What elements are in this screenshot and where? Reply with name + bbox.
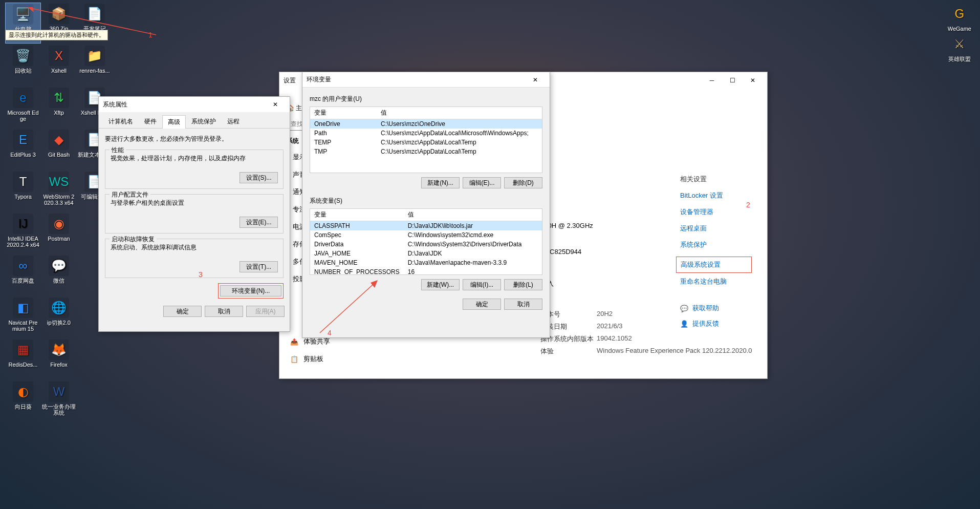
col-var[interactable]: 变量: [310, 107, 377, 119]
env-title: 环境变量: [307, 75, 525, 84]
col-val[interactable]: 值: [377, 107, 542, 119]
tab-硬件[interactable]: 硬件: [139, 115, 162, 128]
annotation-3: 3: [199, 270, 203, 279]
startup-settings-button[interactable]: 设置(T)...: [239, 261, 278, 272]
perf-desc: 视觉效果，处理器计划，内存使用，以及虚拟内存: [111, 154, 278, 163]
profiles-fieldset: 用户配置文件 与登录帐户相关的桌面设置 设置(E)...: [105, 194, 284, 234]
desktop-icon[interactable]: ⇅Xftp: [41, 87, 77, 128]
env-var-row[interactable]: TEMPC:\Users\mzc\AppData\Local\Temp: [310, 138, 542, 147]
col-var[interactable]: 变量: [310, 209, 404, 221]
env-variables-dialog: 环境变量 ✕ mzc 的用户变量(U) 变量 值 OneDriveC:\User…: [302, 72, 550, 338]
info-row: 操作系统内部版本19042.1052: [540, 334, 757, 344]
side-item-clipboard[interactable]: 📋 剪贴板: [284, 350, 336, 368]
related-link[interactable]: 设备管理器: [680, 207, 752, 217]
sysprops-title: 系统属性: [103, 100, 265, 109]
desktop-icon[interactable]: ∞百度网盘: [5, 254, 41, 295]
desktop-icon[interactable]: eMicrosoft Edge: [5, 87, 41, 128]
related-settings-panel: 相关设置 BitLocker 设置设备管理器远程桌面系统保护高级系统设置重命名这…: [680, 175, 752, 334]
related-link[interactable]: 高级系统设置: [676, 257, 752, 273]
desktop-icon[interactable]: 🦊Firefox: [41, 338, 77, 379]
delete-sys-var-button[interactable]: 删除(L): [504, 279, 542, 290]
related-link[interactable]: 重命名这台电脑: [680, 277, 752, 286]
env-ok-button[interactable]: 确定: [463, 299, 501, 310]
env-var-row[interactable]: DriverDataC:\Windows\System32\Drivers\Dr…: [310, 240, 542, 249]
desktop-icon[interactable]: ▦RedisDes...: [5, 338, 41, 379]
ok-button[interactable]: 确定: [163, 306, 202, 317]
get-help-link[interactable]: 💬 获取帮助: [680, 304, 752, 313]
profiles-legend: 用户配置文件: [110, 190, 150, 199]
close-icon[interactable]: ✕: [525, 73, 546, 87]
related-link[interactable]: 远程桌面: [680, 224, 752, 233]
desktop-icon[interactable]: 🌐ip切换2.0: [41, 296, 77, 337]
desktop-icon[interactable]: EEditPlus 3: [5, 129, 41, 169]
perf-legend: 性能: [110, 146, 126, 155]
env-var-row[interactable]: OneDriveC:\Users\mzc\OneDrive: [310, 119, 542, 129]
sys-vars-title: 系统变量(S): [310, 197, 542, 205]
close-button[interactable]: ✕: [743, 73, 763, 88]
new-user-var-button[interactable]: 新建(N)...: [421, 177, 460, 188]
edit-user-var-button[interactable]: 编辑(E)...: [463, 177, 501, 188]
desktop-icon[interactable]: 💬微信: [41, 254, 77, 295]
startup-desc: 系统启动、系统故障和调试信息: [111, 243, 278, 252]
desktop-icon[interactable]: ◐向日葵: [5, 380, 41, 421]
related-title: 相关设置: [680, 175, 752, 184]
env-var-row[interactable]: TMPC:\Users\mzc\AppData\Local\Temp: [310, 147, 542, 156]
desktop-icon[interactable]: 🗑️回收站: [5, 45, 41, 86]
new-sys-var-button[interactable]: 新建(W)...: [421, 279, 460, 290]
desktop-icon[interactable]: ◉Postman: [41, 213, 77, 253]
desktop-icon[interactable]: W统一业务办理系统: [41, 380, 77, 421]
env-var-row[interactable]: MAVEN_HOMED:\Java\Maven\apache-maven-3.3…: [310, 258, 542, 267]
related-link[interactable]: BitLocker 设置: [680, 191, 752, 200]
delete-user-var-button[interactable]: 删除(D): [504, 177, 542, 188]
related-link[interactable]: 系统保护: [680, 240, 752, 249]
desktop-icon[interactable]: WSWebStorm 2020.3.3 x64: [41, 171, 77, 211]
col-val[interactable]: 值: [404, 209, 542, 221]
env-titlebar: 环境变量 ✕: [302, 72, 550, 88]
feedback-link[interactable]: 👤 提供反馈: [680, 319, 752, 328]
annotation-4: 4: [328, 329, 332, 337]
annotation-2: 2: [746, 201, 750, 209]
minimize-button[interactable]: ─: [702, 73, 722, 88]
startup-fieldset: 启动和故障恢复 系统启动、系统故障和调试信息 设置(T)...: [105, 239, 284, 278]
env-var-row[interactable]: PathC:\Users\mzc\AppData\Local\Microsoft…: [310, 129, 542, 138]
tab-计算机名[interactable]: 计算机名: [103, 115, 139, 128]
desktop-icon[interactable]: XXshell: [41, 45, 77, 86]
desktop-icons-grid: 🖥️此电脑📦360 Zip📄开发笔记🗑️回收站XXshell📁renren-fa…: [5, 3, 113, 421]
edit-sys-var-button[interactable]: 编辑(I)...: [463, 279, 501, 290]
close-icon[interactable]: ✕: [265, 97, 286, 112]
settings-title: 设置: [284, 76, 296, 85]
performance-fieldset: 性能 视觉效果，处理器计划，内存使用，以及虚拟内存 设置(S)...: [105, 150, 284, 189]
user-vars-title: mzc 的用户变量(U): [310, 95, 542, 103]
env-var-row[interactable]: JAVA_HOMED:\Java\JDK: [310, 249, 542, 258]
env-cancel-button[interactable]: 取消: [504, 299, 542, 310]
desktop-icon[interactable]: 📁renren-fas...: [77, 45, 113, 86]
desktop-icon[interactable]: TTypora: [5, 171, 41, 211]
env-variables-button[interactable]: 环境变量(N)...: [220, 285, 281, 296]
desktop-icon[interactable]: ⚔英雄联盟: [947, 33, 972, 63]
env-var-row[interactable]: NUMBER_OF_PROCESSORS16: [310, 267, 542, 275]
maximize-button[interactable]: ☐: [722, 73, 743, 88]
tab-高级[interactable]: 高级: [162, 115, 186, 129]
desktop-icon[interactable]: ◆Git Bash: [41, 129, 77, 169]
sysprops-titlebar: 系统属性 ✕: [99, 97, 290, 112]
tab-系统保护[interactable]: 系统保护: [186, 115, 222, 128]
env-var-row[interactable]: ComSpecC:\Windows\system32\cmd.exe: [310, 230, 542, 240]
apply-button[interactable]: 应用(A): [246, 306, 285, 317]
perf-settings-button[interactable]: 设置(S)...: [239, 172, 278, 183]
annotation-1: 1: [148, 31, 153, 39]
desktop-icon[interactable]: IJIntelliJ IDEA 2020.2.4 x64: [5, 213, 41, 253]
profiles-desc: 与登录帐户相关的桌面设置: [111, 199, 278, 207]
user-vars-table[interactable]: 变量 值 OneDriveC:\Users\mzc\OneDrivePathC:…: [310, 107, 542, 173]
info-row: 体验Windows Feature Experience Pack 120.22…: [540, 347, 757, 356]
env-var-row[interactable]: CLASSPATHD:\Java\JDK\lib\tools.jar: [310, 221, 542, 231]
desktop-icons-right: GWeGame⚔英雄联盟: [947, 3, 972, 63]
cancel-button[interactable]: 取消: [205, 306, 243, 317]
desktop-icon[interactable]: GWeGame: [947, 3, 972, 33]
sys-vars-table[interactable]: 变量 值 CLASSPATHD:\Java\JDK\lib\tools.jarC…: [310, 208, 542, 275]
system-properties-dialog: 系统属性 ✕ 计算机名硬件高级系统保护远程 要进行大多数更改，您必须作为管理员登…: [98, 96, 290, 332]
profiles-settings-button[interactable]: 设置(E)...: [239, 217, 278, 228]
tab-远程[interactable]: 远程: [222, 115, 245, 128]
desktop-icon[interactable]: ◧Navicat Premium 15: [5, 296, 41, 337]
admin-note: 要进行大多数更改，您必须作为管理员登录。: [105, 135, 284, 143]
settings-side-peek: 📤 体验共享 📋 剪贴板: [284, 333, 336, 368]
